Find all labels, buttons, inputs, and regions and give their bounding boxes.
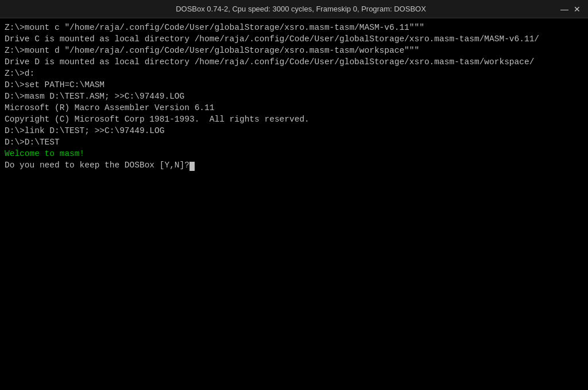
title-bar: DOSBox 0.74-2, Cpu speed: 3000 cycles, F… [0, 0, 588, 18]
terminal-line: Z:\>d: [5, 68, 583, 79]
terminal-line: D:\>link D:\TEST; >>C:\97449.LOG [5, 125, 583, 136]
terminal-line: Welcome to masm! [5, 148, 583, 159]
title-bar-controls: — ✕ [560, 5, 581, 13]
terminal-line: Drive D is mounted as local directory /h… [5, 56, 583, 68]
terminal-line: Z:\>mount c "/home/raja/.config/Code/Use… [5, 22, 583, 33]
terminal-line: D:\>set PATH=C:\MASM [5, 79, 583, 91]
close-button[interactable]: ✕ [573, 5, 581, 13]
title-bar-title: DOSBox 0.74-2, Cpu speed: 3000 cycles, F… [41, 5, 560, 13]
cursor [189, 162, 195, 171]
terminal-line: Copyright (C) Microsoft Corp 1981-1993. … [5, 114, 583, 125]
terminal-line: Drive C is mounted as local directory /h… [5, 33, 583, 45]
terminal-line: Z:\>mount d "/home/raja/.config/Code/Use… [5, 45, 583, 56]
terminal: Z:\>mount c "/home/raja/.config/Code/Use… [0, 18, 588, 390]
terminal-line: D:\>masm D:\TEST.ASM; >>C:\97449.LOG [5, 91, 583, 102]
terminal-line: D:\>D:\TEST [5, 136, 583, 148]
terminal-line: Microsoft (R) Macro Assembler Version 6.… [5, 102, 583, 114]
minimize-button[interactable]: — [560, 5, 568, 13]
terminal-line: Do you need to keep the DOSBox [Y,N]? [5, 159, 583, 171]
